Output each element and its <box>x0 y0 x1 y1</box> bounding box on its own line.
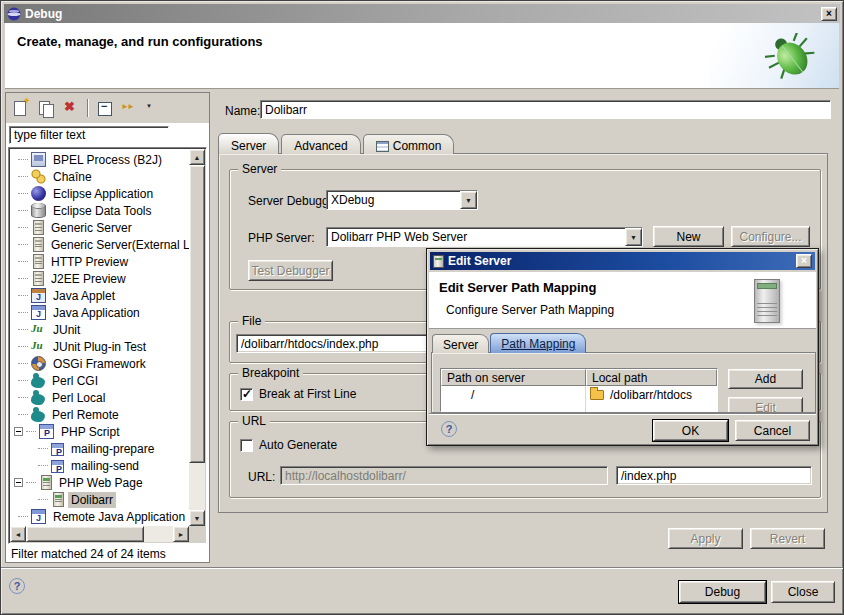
tree-item-java-applet[interactable]: Java Applet <box>10 287 189 304</box>
collapse-expander-icon[interactable] <box>14 427 23 436</box>
java-applet-icon <box>31 288 46 303</box>
dialog-close-icon[interactable] <box>796 254 812 268</box>
window-titlebar: Debug <box>4 4 840 23</box>
new-server-button[interactable]: New <box>653 226 724 247</box>
scroll-down-icon[interactable]: ▼ <box>189 510 205 526</box>
tree-item-dolibarr[interactable]: Dolibarr <box>10 491 189 508</box>
revert-button[interactable]: Revert <box>750 528 825 549</box>
php-server-combobox[interactable]: Dolibarr PHP Web Server ▼ <box>326 227 643 247</box>
filter-status: Filter matched 24 of 24 items <box>7 545 208 562</box>
tree-item-j2ee-preview[interactable]: J2EE Preview <box>10 270 189 287</box>
test-debugger-button[interactable]: Test Debugger <box>248 260 333 281</box>
table-icon <box>376 141 389 152</box>
junit-icon <box>31 322 46 337</box>
scroll-up-icon[interactable]: ▲ <box>189 149 205 165</box>
tree-item-eclipse-data-tools[interactable]: Eclipse Data Tools <box>10 202 189 219</box>
tree-item-perl-cgi[interactable]: Perl CGI <box>10 372 189 389</box>
chevron-down-icon[interactable]: ▼ <box>460 191 477 209</box>
table-empty-row <box>441 403 717 413</box>
database-icon <box>31 203 46 218</box>
dialog-subheading: Configure Server Path Mapping <box>446 303 614 317</box>
tree-item-eclipse-application[interactable]: Eclipse Application <box>10 185 189 202</box>
php-web-server-icon <box>53 492 64 507</box>
tab-server[interactable]: Server <box>218 133 279 154</box>
filter-field-wrap <box>9 126 169 144</box>
menu-dropdown-icon[interactable] <box>146 99 156 117</box>
break-first-line-label: Break at First Line <box>259 387 356 401</box>
dialog-tab-server[interactable]: Server <box>432 334 489 353</box>
tab-common[interactable]: Common <box>363 134 455 154</box>
ok-button[interactable]: OK <box>653 420 728 441</box>
path-mapping-table: Path on server Local path / /dolibarr/ht… <box>440 368 718 412</box>
remote-java-icon <box>31 509 46 524</box>
vertical-scroll-thumb[interactable] <box>189 165 205 463</box>
tab-advanced[interactable]: Advanced <box>281 134 360 154</box>
close-window-icon[interactable] <box>821 7 837 21</box>
tree-item-mailing-send[interactable]: mailing-send <box>10 457 189 474</box>
name-input[interactable] <box>260 100 831 119</box>
column-local-path[interactable]: Local path <box>586 369 717 386</box>
server-image-icon <box>754 279 780 323</box>
table-row[interactable]: / /dolibarr/htdocs <box>441 386 717 403</box>
tree-item-perl-remote[interactable]: Perl Remote <box>10 406 189 423</box>
break-first-line-checkbox-row: Break at First Line <box>240 387 356 401</box>
help-icon[interactable] <box>9 578 25 594</box>
dialog-help-icon[interactable] <box>441 421 457 437</box>
tree-item-perl-local[interactable]: Perl Local <box>10 389 189 406</box>
folder-icon <box>590 390 604 400</box>
server-icon <box>33 220 44 235</box>
tree-item-php-script[interactable]: PHP Script <box>10 423 189 440</box>
page-title: Create, manage, and run configurations <box>17 34 263 49</box>
bpel-process-icon <box>31 152 46 167</box>
server-mini-icon <box>433 255 444 268</box>
url-group-legend: URL <box>238 414 270 428</box>
horizontal-scroll-thumb[interactable] <box>26 526 144 542</box>
tree-item-junit-plugin-test[interactable]: JUnit Plug-in Test <box>10 338 189 355</box>
cancel-button[interactable]: Cancel <box>735 420 810 441</box>
junit-icon <box>31 339 46 354</box>
cell-local-path: /dolibarr/htdocs <box>586 386 717 403</box>
tree-item-java-application[interactable]: Java Application <box>10 304 189 321</box>
configure-button[interactable]: Configure... <box>731 226 810 247</box>
column-path-on-server[interactable]: Path on server <box>441 369 586 386</box>
auto-generate-checkbox[interactable] <box>240 439 253 452</box>
collapse-expander-icon[interactable] <box>14 478 23 487</box>
collapse-all-icon[interactable] <box>96 99 114 117</box>
server-icon <box>33 237 44 252</box>
edit-mapping-button[interactable]: Edit <box>728 397 803 413</box>
tree-item-junit[interactable]: JUnit <box>10 321 189 338</box>
auto-generate-label: Auto Generate <box>259 438 337 452</box>
duplicate-configuration-icon[interactable] <box>37 99 55 117</box>
filter-input[interactable] <box>9 126 169 144</box>
tree-item-generic-server[interactable]: Generic Server <box>10 219 189 236</box>
configurations-tree: BPEL Process (B2J) Chaîne Eclipse Applic… <box>8 147 207 544</box>
delete-configuration-icon[interactable] <box>62 99 80 117</box>
break-first-line-checkbox[interactable] <box>240 388 253 401</box>
filter-configurations-icon[interactable] <box>121 99 139 117</box>
server-icon <box>33 271 44 286</box>
url-path-input[interactable] <box>616 466 812 485</box>
header-banner: Create, manage, and run configurations <box>5 23 839 89</box>
scroll-right-icon[interactable]: ► <box>173 526 189 542</box>
tree-vertical-scrollbar[interactable]: ▲ ▼ <box>189 149 205 526</box>
dialog-tab-path-mapping[interactable]: Path Mapping <box>490 333 586 353</box>
debug-button[interactable]: Debug <box>679 581 766 603</box>
tree-item-generic-server-external[interactable]: Generic Server(External La <box>10 236 189 253</box>
server-debugger-combobox[interactable]: XDebug ▼ <box>326 190 478 210</box>
tree-horizontal-scrollbar[interactable]: ◄ ► <box>10 526 189 542</box>
apply-button[interactable]: Apply <box>668 528 743 549</box>
edit-server-dialog: Edit Server Edit Server Path Mapping Con… <box>426 248 819 446</box>
chevron-down-icon[interactable]: ▼ <box>625 228 642 246</box>
tree-item-mailing-prepare[interactable]: mailing-prepare <box>10 440 189 457</box>
tree-item-bpel-process[interactable]: BPEL Process (B2J) <box>10 151 189 168</box>
tree-item-remote-java-application[interactable]: Remote Java Application <box>10 508 189 525</box>
tree-item-php-web-page[interactable]: PHP Web Page <box>10 474 189 491</box>
tree-item-http-preview[interactable]: HTTP Preview <box>10 253 189 270</box>
sidebar-toolbar <box>6 93 209 123</box>
tree-item-osgi-framework[interactable]: OSGi Framework <box>10 355 189 372</box>
tree-item-chaine[interactable]: Chaîne <box>10 168 189 185</box>
add-mapping-button[interactable]: Add <box>728 369 803 389</box>
scroll-left-icon[interactable]: ◄ <box>10 526 26 542</box>
close-button[interactable]: Close <box>771 581 835 603</box>
new-configuration-icon[interactable] <box>12 99 30 117</box>
